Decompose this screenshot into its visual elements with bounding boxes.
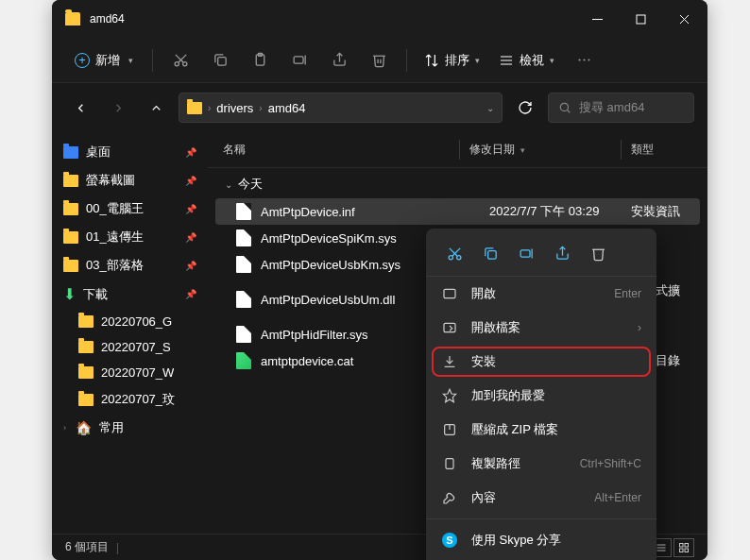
sidebar-item[interactable]: 03_部落格📌 [56, 251, 204, 280]
ctx-favorite[interactable]: 加到我的最愛 [426, 379, 656, 413]
delete-button[interactable] [361, 43, 397, 77]
ctx-open[interactable]: 開啟Enter [426, 277, 656, 311]
delete-button[interactable] [581, 238, 615, 268]
sort-label: 排序 [445, 52, 469, 69]
svg-rect-26 [685, 543, 689, 547]
file-icon [236, 229, 251, 246]
back-button[interactable] [65, 93, 95, 123]
view-button[interactable]: 檢視 ▾ [491, 46, 562, 75]
folder-icon [63, 146, 78, 159]
sidebar-item[interactable]: 螢幕截圖📌 [56, 166, 204, 195]
chevron-right-icon: › [638, 321, 641, 334]
breadcrumb-seg[interactable]: amd64 [268, 101, 306, 115]
folder-icon [65, 12, 80, 25]
sidebar-item[interactable]: 20220707_玟 [56, 385, 204, 414]
openwith-icon [441, 320, 458, 335]
separator [621, 140, 622, 160]
sidebar-item-home[interactable]: ›🏠常用 [56, 414, 204, 442]
file-icon [236, 203, 251, 220]
svg-point-4 [175, 62, 179, 66]
download-icon: ⬇ [63, 285, 76, 303]
search-icon [558, 101, 571, 114]
folder-icon [78, 366, 94, 379]
chevron-right-icon: › [63, 423, 66, 433]
new-button[interactable]: + 新增 ▾ [65, 46, 143, 75]
share-button[interactable] [545, 238, 579, 268]
minimize-button[interactable] [575, 0, 619, 38]
svg-rect-34 [520, 249, 530, 256]
svg-rect-33 [487, 250, 496, 259]
sidebar-item[interactable]: 20220706_G [56, 309, 204, 334]
col-name[interactable]: 名稱 [223, 136, 450, 163]
cut-button[interactable] [437, 238, 471, 268]
sidebar-item[interactable]: 20220707_W [56, 360, 204, 385]
up-button[interactable] [141, 93, 171, 123]
ctx-zip[interactable]: 壓縮成 ZIP 檔案 [426, 413, 656, 447]
share-button[interactable] [321, 43, 357, 77]
sidebar-item[interactable]: 01_遠傳生📌 [56, 223, 204, 251]
chevron-right-icon: › [259, 103, 262, 113]
sidebar-item[interactable]: 20220707_S [56, 334, 204, 360]
col-date[interactable]: 修改日期▾ [469, 136, 611, 163]
breadcrumb-seg[interactable]: drivers [216, 101, 253, 115]
pin-icon: 📌 [185, 176, 196, 186]
star-icon [441, 388, 458, 403]
ctx-openwith[interactable]: 開啟檔案› [426, 311, 656, 345]
skype-icon: S [441, 533, 458, 548]
view-icons-button[interactable] [673, 538, 694, 557]
forward-button[interactable] [103, 93, 133, 123]
separator [152, 49, 153, 72]
wrench-icon [441, 490, 458, 505]
svg-point-17 [578, 59, 580, 60]
chevron-down-icon: ▾ [128, 56, 133, 65]
paste-button[interactable] [242, 43, 278, 77]
separator [459, 140, 460, 160]
context-menu: 開啟Enter 開啟檔案› 安裝 加到我的最愛 壓縮成 ZIP 檔案 複製路徑C… [426, 229, 656, 560]
chevron-down-icon: ⌄ [225, 179, 232, 190]
sidebar-item[interactable]: 00_電腦王📌 [56, 195, 204, 223]
ctx-copypath[interactable]: 複製路徑Ctrl+Shift+C [426, 447, 656, 481]
ctx-install[interactable]: 安裝 [426, 345, 656, 379]
rename-button[interactable] [281, 43, 317, 77]
address-bar[interactable]: › drivers › amd64 ⌄ [179, 93, 503, 123]
ctx-properties[interactable]: 內容Alt+Enter [426, 481, 656, 515]
rename-button[interactable] [509, 238, 543, 268]
context-menu-actions [426, 234, 656, 277]
file-row[interactable]: AmtPtpDevice.inf2022/7/7 下午 03:29安裝資訊 [215, 198, 700, 225]
pin-icon: 📌 [185, 204, 196, 214]
close-button[interactable] [662, 0, 706, 38]
ctx-skype[interactable]: S使用 Skype 分享 [426, 523, 656, 557]
sidebar-item-downloads[interactable]: ⬇下載📌 [56, 280, 204, 309]
cut-button[interactable] [162, 43, 198, 77]
zip-icon [441, 422, 458, 437]
file-icon [236, 291, 251, 308]
copypath-icon [441, 456, 458, 471]
copy-button[interactable] [473, 238, 507, 268]
folder-icon [63, 231, 78, 244]
sort-button[interactable]: 排序 ▾ [417, 46, 487, 75]
maximize-button[interactable] [619, 0, 662, 38]
refresh-button[interactable] [510, 93, 540, 123]
sidebar-item-desktop[interactable]: 桌面📌 [56, 138, 204, 166]
toolbar: + 新增 ▾ 排序 ▾ 檢視 ▾ [52, 38, 707, 83]
folder-icon [63, 260, 78, 272]
svg-rect-27 [680, 549, 684, 552]
svg-point-20 [560, 103, 568, 110]
more-button[interactable] [566, 43, 602, 77]
new-label: 新增 [95, 52, 120, 69]
svg-rect-25 [680, 543, 684, 547]
svg-point-30 [456, 255, 460, 259]
search-box[interactable]: 搜尋 amd64 [548, 93, 694, 123]
pin-icon: 📌 [185, 147, 196, 158]
copy-button[interactable] [202, 43, 238, 77]
chevron-right-icon: › [208, 103, 211, 113]
folder-icon [63, 203, 78, 215]
col-type[interactable]: 類型 [631, 136, 692, 163]
view-switcher [651, 538, 694, 557]
group-header[interactable]: ⌄今天 [215, 170, 700, 198]
svg-line-21 [567, 110, 570, 112]
search-placeholder: 搜尋 amd64 [579, 99, 644, 116]
chevron-down-icon[interactable]: ⌄ [486, 103, 494, 113]
separator [406, 49, 407, 72]
open-icon [441, 286, 458, 301]
